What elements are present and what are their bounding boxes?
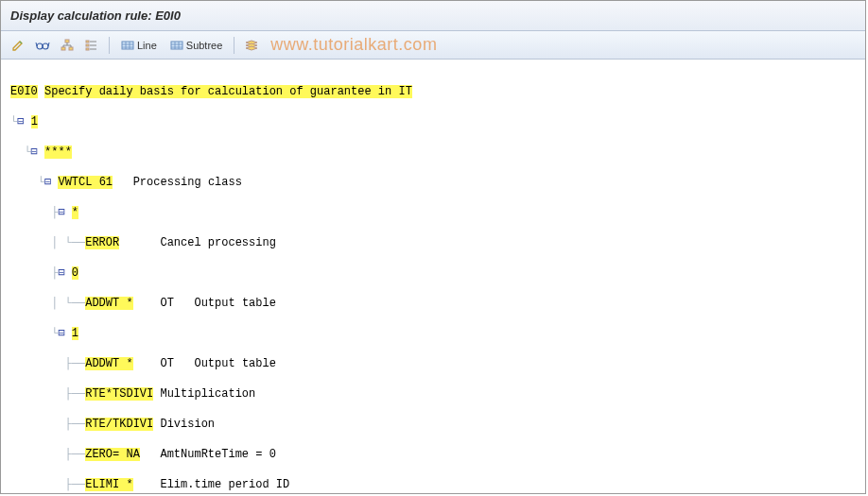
tree-row: ├──ADDWT * OT Output table xyxy=(10,356,856,371)
elimi-op: ELIMI * xyxy=(85,478,132,491)
tree-content: E0I0 Specify daily basis for calculation… xyxy=(1,60,865,496)
addwt-op: ADDWT * xyxy=(85,297,132,310)
svg-rect-4 xyxy=(69,47,73,50)
svg-rect-7 xyxy=(86,48,89,50)
svg-rect-5 xyxy=(86,41,89,43)
tree-row: ├──ZERO= NA AmtNumRteTime = 0 xyxy=(10,447,856,462)
svg-point-0 xyxy=(37,43,43,49)
node-one: 1 xyxy=(72,327,78,340)
tree-row: ├──RTE/TKDIVI Division xyxy=(10,417,856,432)
hierarchy-tree-icon[interactable] xyxy=(58,37,77,54)
expand-toggle-icon[interactable]: ⊟ xyxy=(31,145,38,159)
glasses-icon[interactable] xyxy=(33,37,52,54)
svg-rect-2 xyxy=(65,40,69,43)
toolbar-separator xyxy=(234,37,234,54)
addwt-col: OT xyxy=(160,357,173,370)
expand-toggle-icon[interactable]: ⊟ xyxy=(58,327,64,340)
node-zero: 0 xyxy=(72,266,78,280)
vwtcl-op: VWTCL 61 xyxy=(58,176,113,189)
zero-desc: AmtNumRteTime = 0 xyxy=(160,448,275,461)
subtree-button[interactable]: Subtree xyxy=(166,37,227,54)
line-button-label: Line xyxy=(137,40,157,51)
addwt-col: OT xyxy=(160,297,173,310)
stack-icon[interactable] xyxy=(242,37,261,54)
hierarchy-list-icon[interactable] xyxy=(82,37,101,54)
tree-row: └⊟ 1 xyxy=(10,326,856,341)
error-desc: Cancel processing xyxy=(160,236,275,249)
node-stars: **** xyxy=(44,145,72,159)
expand-toggle-icon[interactable]: ⊟ xyxy=(17,115,24,128)
root-code: E0I0 xyxy=(10,85,38,98)
addwt-desc: Output table xyxy=(194,297,275,310)
node-1: 1 xyxy=(31,115,38,128)
vwtcl-desc: Processing class xyxy=(133,176,242,189)
tree-row: │ └──ADDWT * OT Output table xyxy=(10,296,856,311)
rte-div-desc: Division xyxy=(160,418,215,431)
watermark-text: www.tutorialkart.com xyxy=(270,35,437,55)
addwt-op: ADDWT * xyxy=(85,357,132,370)
svg-rect-8 xyxy=(122,42,133,49)
expand-toggle-icon[interactable]: ⊟ xyxy=(58,206,64,219)
toolbar: Line Subtree www.tutorialkart.com xyxy=(1,31,865,60)
toolbar-separator xyxy=(109,37,110,54)
tree-row: ├⊟ * xyxy=(10,205,856,220)
root-desc: Specify daily basis for calculation of g… xyxy=(44,85,412,98)
sap-window: Display calculation rule: E0I0 Line Subt… xyxy=(0,0,866,494)
expand-toggle-icon[interactable]: ⊟ xyxy=(44,176,51,189)
tree-row: ├⊟ 0 xyxy=(10,265,856,281)
rte-div-op: RTE/TKDIVI xyxy=(85,418,153,431)
svg-rect-6 xyxy=(86,44,89,46)
addwt-desc: Output table xyxy=(194,357,275,370)
titlebar: Display calculation rule: E0I0 xyxy=(1,1,865,31)
zero-op: ZERO= NA xyxy=(85,448,140,461)
pencil-icon[interactable] xyxy=(9,37,27,54)
svg-rect-3 xyxy=(61,47,65,50)
error-op: ERROR xyxy=(85,236,119,249)
tree-row: ├──ELIMI * Elim.time period ID xyxy=(10,477,856,492)
line-button[interactable]: Line xyxy=(117,37,161,54)
page-title: Display calculation rule: E0I0 xyxy=(10,9,181,23)
svg-point-1 xyxy=(43,43,48,49)
expand-toggle-icon[interactable]: ⊟ xyxy=(58,266,64,280)
elimi-desc: Elim.time period ID xyxy=(160,478,289,491)
svg-rect-9 xyxy=(171,42,182,49)
tree-row: │ └──ERROR Cancel processing xyxy=(10,235,856,250)
rte-mul-desc: Multiplication xyxy=(160,387,255,401)
tree-row: └⊟ 1 xyxy=(10,114,856,129)
node-star: * xyxy=(72,206,78,219)
rte-mul-op: RTE*TSDIVI xyxy=(85,387,153,401)
tree-row: ├──RTE*TSDIVI Multiplication xyxy=(10,386,856,402)
tree-row: └⊟ **** xyxy=(10,145,856,160)
subtree-button-label: Subtree xyxy=(186,40,223,51)
tree-row: └⊟ VWTCL 61 Processing class xyxy=(10,175,856,190)
tree-row-root: E0I0 Specify daily basis for calculation… xyxy=(10,84,856,99)
